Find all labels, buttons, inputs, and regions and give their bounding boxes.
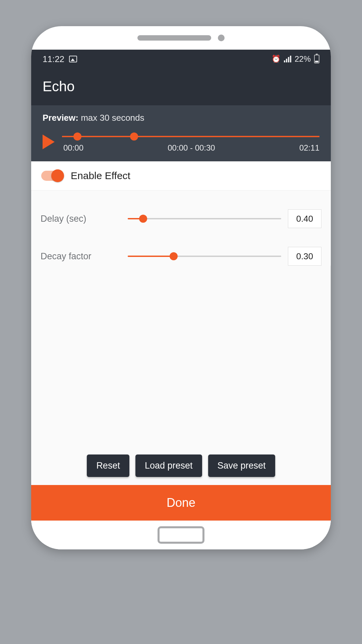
delay-slider[interactable] xyxy=(128,218,281,219)
preview-hint: max 30 seconds xyxy=(81,113,144,123)
delay-value[interactable]: 0.40 xyxy=(288,209,321,228)
play-icon[interactable] xyxy=(43,135,55,149)
range-handle-start[interactable] xyxy=(73,132,81,141)
android-nav-bar xyxy=(31,521,331,549)
reset-button[interactable]: Reset xyxy=(87,454,129,477)
enable-effect-label: Enable Effect xyxy=(71,170,130,181)
range-handle-end[interactable] xyxy=(130,132,138,141)
front-camera xyxy=(218,35,225,41)
preview-time-start: 00:00 xyxy=(63,143,83,153)
preset-buttons-row: Reset Load preset Save preset xyxy=(31,451,331,485)
preview-section: Preview: max 30 seconds 00:00 00:00 - 00… xyxy=(31,105,331,161)
preview-timeline[interactable]: 00:00 00:00 - 00:30 02:11 xyxy=(62,129,319,155)
signal-icon xyxy=(284,56,291,62)
load-preset-button[interactable]: Load preset xyxy=(135,454,202,477)
effect-controls: Delay (sec) 0.40 Decay factor 0.30 xyxy=(31,191,331,451)
delay-row: Delay (sec) 0.40 xyxy=(41,209,321,228)
preview-title: Preview: max 30 seconds xyxy=(43,113,319,123)
status-battery-pct: 22% xyxy=(295,54,311,64)
device-frame: 11:22 ⏰ 22% Echo Preview: max 30 seconds… xyxy=(31,26,331,549)
save-preset-button[interactable]: Save preset xyxy=(208,454,275,477)
delay-label: Delay (sec) xyxy=(41,214,121,224)
decay-row: Decay factor 0.30 xyxy=(41,247,321,266)
enable-effect-toggle[interactable] xyxy=(41,171,63,181)
done-button[interactable]: Done xyxy=(31,485,331,521)
enable-effect-row: Enable Effect xyxy=(31,161,331,191)
preview-time-range: 00:00 - 00:30 xyxy=(168,143,215,153)
battery-icon xyxy=(314,55,319,63)
page-title: Echo xyxy=(31,68,331,105)
decay-label: Decay factor xyxy=(41,251,121,262)
preview-time-total: 02:11 xyxy=(299,143,319,153)
picture-icon xyxy=(69,56,77,62)
alarm-icon: ⏰ xyxy=(272,55,281,63)
status-time: 11:22 xyxy=(43,54,64,64)
device-top-hardware xyxy=(31,26,331,50)
home-button[interactable] xyxy=(158,526,204,544)
speaker-grille xyxy=(137,35,211,41)
decay-slider[interactable] xyxy=(128,256,281,257)
decay-value[interactable]: 0.30 xyxy=(288,247,321,266)
preview-label: Preview: xyxy=(43,113,78,123)
status-bar: 11:22 ⏰ 22% xyxy=(31,50,331,68)
scroll-indicator xyxy=(330,264,331,341)
